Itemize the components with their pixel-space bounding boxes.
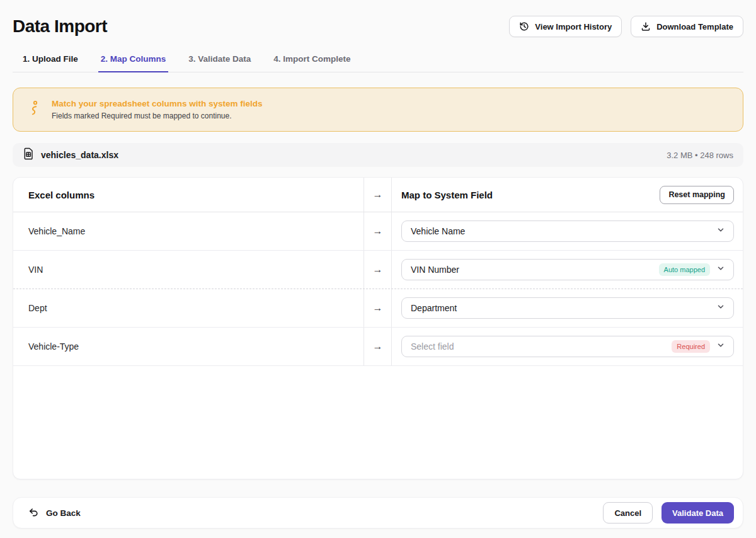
chevron-down-icon (716, 341, 725, 352)
header-actions: View Import History Download Template (509, 16, 743, 37)
view-import-history-label: View Import History (535, 22, 612, 31)
required-badge: Required (672, 340, 710, 353)
mapping-row-dept: Dept → Department (13, 289, 743, 328)
auto-mapped-badge: Auto mapped (659, 263, 710, 276)
system-field-header-cell: Map to System Field Reset mapping (392, 178, 743, 212)
banner-title: Match your spreadsheet columns with syst… (52, 99, 263, 108)
source-column-cell: Vehicle_Name (13, 212, 364, 250)
view-import-history-button[interactable]: View Import History (509, 16, 622, 37)
chevron-down-icon (716, 264, 725, 275)
download-template-button[interactable]: Download Template (631, 16, 743, 37)
file-meta: 3.2 MB • 248 rows (667, 151, 733, 160)
arrow-right-icon: → (364, 328, 392, 365)
page-title: Data Import (13, 16, 107, 37)
source-column-label: Vehicle_Name (28, 226, 85, 236)
excel-columns-header-cell: Excel columns (13, 178, 364, 212)
dropdown-selected-value: VIN Number (411, 265, 653, 275)
dropdown-placeholder: Select field (411, 341, 665, 352)
history-icon (519, 21, 529, 31)
undo-arrow-icon (28, 507, 39, 519)
arrow-right-icon: → (364, 178, 392, 212)
source-column-cell: Vehicle-Type (13, 328, 364, 365)
tab-validate-data[interactable]: 3. Validate Data (186, 52, 253, 72)
mapping-row-vehicle-type: Vehicle-Type → Select field Required (13, 328, 743, 366)
footer-bar: Go Back Cancel Validate Data (13, 497, 743, 529)
source-column-cell: Dept (13, 289, 364, 327)
tab-import-complete[interactable]: 4. Import Complete (271, 52, 353, 72)
vehicle-type-field-dropdown[interactable]: Select field Required (401, 336, 734, 357)
target-field-cell: Select field Required (392, 328, 743, 365)
chevron-down-icon (716, 226, 725, 237)
mapping-row-vin: VIN → VIN Number Auto mapped (13, 251, 743, 289)
source-column-label: VIN (28, 265, 43, 275)
dropdown-selected-value: Vehicle Name (411, 226, 710, 236)
target-field-cell: Department (392, 289, 743, 327)
data-import-page: Data Import View Import History (0, 0, 756, 529)
excel-columns-header: Excel columns (28, 190, 94, 200)
download-icon (641, 21, 651, 31)
cancel-button[interactable]: Cancel (603, 502, 653, 524)
spreadsheet-file-icon (23, 147, 34, 163)
arrow-right-icon: → (364, 212, 392, 250)
info-banner: Match your spreadsheet columns with syst… (13, 88, 743, 132)
reset-mapping-button[interactable]: Reset mapping (660, 186, 734, 204)
banner-subtitle: Fields marked Required must be mapped to… (52, 112, 263, 120)
column-mapping-card: Excel columns → Map to System Field Rese… (13, 177, 743, 479)
department-field-dropdown[interactable]: Department (401, 297, 734, 319)
download-template-label: Download Template (656, 22, 733, 31)
source-column-cell: VIN (13, 251, 364, 289)
footer-actions: Cancel Validate Data (603, 502, 734, 524)
info-icon (28, 100, 40, 120)
step-tabs: 1. Upload File 2. Map Columns 3. Validat… (13, 52, 743, 72)
file-bar: vehicles_data.xlsx 3.2 MB • 248 rows (13, 143, 743, 167)
vehicle-name-field-dropdown[interactable]: Vehicle Name (401, 220, 734, 242)
go-back-button[interactable]: Go Back (28, 507, 81, 519)
file-name: vehicles_data.xlsx (41, 150, 118, 160)
go-back-label: Go Back (46, 508, 81, 518)
page-header: Data Import View Import History (13, 0, 743, 44)
source-column-label: Dept (28, 303, 47, 313)
chevron-down-icon (716, 302, 725, 314)
target-field-cell: VIN Number Auto mapped (392, 251, 743, 289)
vin-number-field-dropdown[interactable]: VIN Number Auto mapped (401, 259, 734, 280)
tab-upload-file[interactable]: 1. Upload File (20, 52, 81, 72)
validate-data-button[interactable]: Validate Data (662, 502, 734, 524)
tab-map-columns[interactable]: 2. Map Columns (98, 52, 169, 72)
source-column-label: Vehicle-Type (28, 341, 79, 352)
mapping-header-row: Excel columns → Map to System Field Rese… (13, 178, 743, 212)
banner-text: Match your spreadsheet columns with syst… (52, 99, 263, 120)
mapping-row-vehicle-name: Vehicle_Name → Vehicle Name (13, 212, 743, 251)
dropdown-selected-value: Department (411, 303, 710, 313)
system-field-header: Map to System Field (401, 190, 493, 200)
arrow-right-icon: → (364, 251, 392, 289)
arrow-right-icon: → (364, 289, 392, 327)
target-field-cell: Vehicle Name (392, 212, 743, 250)
